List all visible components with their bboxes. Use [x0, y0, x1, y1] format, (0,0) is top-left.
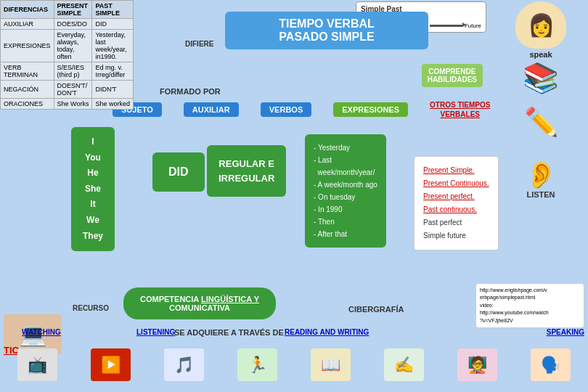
bottom-row: 📺 ▶️ 🎵 🏃 📖 ✍️ 🧑‍🏫 🗣️: [0, 338, 588, 392]
formado-por-label: FORMADO POR: [160, 87, 221, 96]
url-box: http://www.englishpage.com/verbpage/simp…: [475, 283, 584, 329]
row-expresiones-present: Everyday,always,today,often: [54, 30, 92, 62]
time-expr-4: - A week/month ago: [314, 179, 377, 191]
watching-label: WATCHING: [22, 328, 61, 336]
row-expresiones-past: Yesterday,lastweek/year,in1990.: [92, 30, 134, 62]
row-auxiliar-past: DID: [92, 19, 134, 30]
competencia-box: COMPETENCIA LINGÜÍSTICA Y COMUNICATIVA: [123, 287, 276, 319]
bottom-listening: 🎵: [150, 348, 218, 381]
row-verb-label: VERBTERMINAN: [1, 62, 54, 81]
row-verb-present: S/ES/IES(third p): [54, 62, 92, 81]
se-adquiere-label: SE ADQUIERE A TRAVÉS DE: [174, 328, 284, 337]
col-header-past: PASTSIMPLE: [92, 1, 134, 19]
reading-writing-label: READING AND WRITING: [285, 328, 369, 336]
video-icon: ▶️: [91, 348, 131, 381]
reading-icon: 📚: [523, 61, 559, 95]
pronoun-i: I: [81, 134, 105, 150]
bottom-video: ▶️: [77, 348, 144, 381]
reading-writing-text: READING AND WRITING: [285, 328, 369, 336]
comprende-title: COMPRENDE: [428, 68, 475, 75]
cibergrafía-label: CIBERGRAFÍA: [348, 305, 404, 314]
simple-future-text: Simple future: [423, 229, 489, 242]
time-expr-6: - In 1990: [314, 203, 377, 216]
present-simple-link[interactable]: Present Simple.: [423, 164, 489, 177]
auxiliar-header: AUXILIAR: [184, 102, 239, 117]
otros-tiempos-link[interactable]: OTROS TIEMPOSVERBALES: [430, 100, 490, 119]
bottom-watching: 📺: [4, 348, 71, 381]
speak-avatar: 👩: [515, 1, 566, 49]
moving-icon: 🏃: [237, 348, 277, 381]
past-perfect-text: Past perfect: [423, 216, 489, 229]
bottom-moving: 🏃: [224, 348, 291, 381]
main-title-text: TIEMPO VERBALPASADO SIMPLE: [279, 17, 375, 43]
class-icon: 🧑‍🏫: [457, 348, 497, 381]
watching-icon: 📺: [17, 348, 57, 381]
col-header-diff: DIFERENCIAS: [1, 1, 54, 19]
listening-icon: 🎵: [164, 348, 204, 381]
bottom-class: 🧑‍🏫: [444, 348, 511, 381]
pronoun-we: We: [81, 213, 105, 229]
bottom-reading: 📖: [297, 348, 364, 381]
present-perfect-link[interactable]: Present perfect.: [423, 190, 489, 203]
regular-text: REGULAR EIRREGULAR: [219, 158, 274, 184]
present-continuous-link[interactable]: Present Continuous.: [423, 177, 489, 190]
time-expressions-box: - Yesterday - Last week/month/year/ - A …: [305, 134, 386, 248]
recurso-label: RECURSO: [73, 304, 109, 312]
time-expr-5: - On tuesday: [314, 191, 377, 203]
expresiones-header: EXPRESIONES: [333, 102, 408, 117]
reading-box: 📚: [494, 58, 588, 98]
comprende-subtitle: HABILIDADES: [428, 75, 477, 83]
writing-icon: ✏️: [524, 106, 558, 138]
did-box: DID: [152, 152, 205, 192]
writing-bottom-icon: ✍️: [384, 348, 424, 381]
past-continuous-link[interactable]: Past continuous.: [423, 203, 489, 216]
time-expr-3: week/month/year/: [314, 166, 377, 179]
competencia-text3: COMUNICATIVA: [169, 303, 230, 312]
timeline-bar2: [430, 25, 463, 27]
time-expr-1: - Yesterday: [314, 142, 377, 154]
differences-table: DIFERENCIAS PRESENTSIMPLE PASTSIMPLE AUX…: [0, 0, 134, 110]
verbos-header: VERBOS: [261, 102, 311, 117]
listen-label: LISTEN: [494, 190, 588, 199]
comprende-box: COMPRENDE HABILIDADES: [422, 64, 483, 87]
pronoun-box: I You He She It We They: [71, 127, 115, 251]
row-negacion-present: DOESN'T/DON'T: [54, 81, 92, 99]
bottom-writing-img: ✍️: [370, 348, 438, 381]
listen-icon: 👂: [494, 160, 588, 190]
row-oraciones-present: She Works: [54, 99, 92, 110]
time-expr-2: - Last: [314, 154, 377, 166]
future-label: Future: [465, 23, 481, 29]
competencia-text1: COMPETENCIA: [140, 295, 201, 303]
writing-box: ✏️: [494, 102, 588, 142]
row-oraciones-label: ORACIONES: [1, 99, 54, 110]
row-expresiones-label: EXPRESIONES: [1, 30, 54, 62]
pronoun-she: She: [81, 181, 105, 197]
pronoun-he: He: [81, 166, 105, 181]
main-title: TIEMPO VERBALPASADO SIMPLE: [225, 12, 428, 49]
column-headers: SUJETO AUXILIAR VERBOS EXPRESIONES OTROS…: [113, 100, 490, 119]
difiere-label: DIFIERE: [185, 40, 213, 48]
time-expr-8: - After that: [314, 228, 377, 240]
otros-tiempos-box: Present Simple. Present Continuous. Pres…: [414, 156, 499, 250]
row-negacion-label: NEGACIÓN: [1, 81, 54, 99]
row-auxiliar-label: AUXILIAR: [1, 19, 54, 30]
speaking-label: SPEAKING: [547, 328, 584, 336]
listening-label: LISTENING: [136, 328, 175, 336]
url-video: video:: [480, 302, 580, 310]
speaking-icon: 🗣️: [531, 348, 571, 381]
row-auxiliar-present: DOES/DO: [54, 19, 92, 30]
pronoun-they: They: [81, 229, 105, 245]
time-expr-7: - Then: [314, 216, 377, 228]
col-header-present: PRESENTSIMPLE: [54, 1, 92, 19]
url-1: http://www.englishpage.com/verbpage/simp…: [480, 287, 580, 302]
row-oraciones-past: She worked: [92, 99, 134, 110]
regular-irregular-box: REGULAR EIRREGULAR: [207, 145, 286, 197]
timeline-arrow2: [462, 23, 466, 27]
row-verb-past: Ed mg. v.Irreg/differ: [92, 62, 134, 81]
bottom-speaking: 🗣️: [517, 348, 584, 381]
url-2: http://www.youtube.com/watch?v=VFJjhe82V: [480, 309, 580, 324]
listen-box: 👂 LISTEN: [494, 160, 588, 199]
pronoun-you: You: [81, 150, 105, 166]
speak-box: 👩 speak: [494, 1, 588, 59]
competencia-text2: LINGÜÍSTICA Y: [201, 295, 259, 303]
